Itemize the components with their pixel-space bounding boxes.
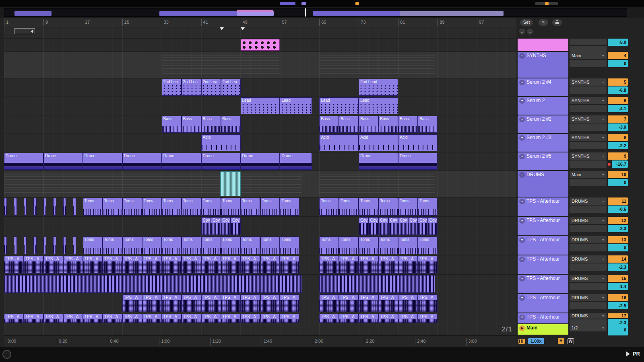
sub-routing-cell[interactable] bbox=[570, 302, 607, 309]
clip-toms[interactable]: Toms bbox=[418, 198, 438, 216]
routing-select[interactable] bbox=[570, 39, 607, 45]
sub-routing-cell[interactable] bbox=[570, 142, 607, 149]
clip-toms[interactable]: Toms bbox=[359, 237, 378, 254]
clip-tps-a[interactable]: TPS - A bbox=[221, 294, 241, 312]
clip-tps-a[interactable]: TPS - A bbox=[142, 294, 162, 312]
clip-toms[interactable]: Toms bbox=[359, 198, 378, 216]
clip-bass[interactable]: Bass bbox=[221, 116, 241, 133]
clip-cov[interactable]: Cov bbox=[201, 217, 211, 235]
track-number-badge[interactable]: 6 bbox=[608, 97, 628, 104]
clip-bass[interactable]: Bass bbox=[359, 116, 378, 133]
routing-select[interactable]: SYNTHS▼ bbox=[570, 152, 607, 160]
clip[interactable] bbox=[63, 198, 66, 216]
clip-tps-a[interactable]: TPS - A bbox=[241, 294, 260, 312]
clip[interactable] bbox=[43, 198, 46, 216]
time-ruler[interactable]: 0:000:200:401:001:201:402:002:202:403:00 bbox=[4, 335, 516, 347]
volume-badge[interactable]: -6.8 bbox=[608, 86, 628, 94]
clip-tps-a[interactable]: TPS - A bbox=[142, 256, 162, 274]
clip[interactable] bbox=[162, 52, 241, 77]
clip-toms[interactable]: Toms bbox=[142, 198, 162, 216]
clip-toms[interactable]: Toms bbox=[162, 237, 182, 254]
sub-routing-cell[interactable] bbox=[570, 60, 607, 67]
sub-routing-cell[interactable] bbox=[570, 160, 607, 168]
clip-bass[interactable]: Bass bbox=[201, 116, 221, 133]
set-button[interactable]: Set bbox=[520, 19, 533, 26]
clip-cov[interactable]: Cov bbox=[359, 217, 368, 235]
track-header-synths[interactable]: ≡SYNTHS bbox=[518, 52, 568, 78]
clip-lead[interactable]: Lead bbox=[241, 97, 280, 114]
track-header-tps-afterhour[interactable]: ▾TPS - Afterhour bbox=[518, 255, 568, 274]
clip-toms[interactable]: Toms bbox=[142, 237, 162, 254]
clip-tps-a[interactable]: TPS - A bbox=[241, 256, 260, 274]
clip-2nd-lead[interactable]: 2nd Lead bbox=[359, 79, 398, 96]
clip-toms[interactable]: Toms bbox=[182, 198, 201, 216]
clip[interactable] bbox=[319, 275, 435, 293]
routing-select[interactable]: DRUMS▼ bbox=[570, 294, 607, 301]
loop-marker[interactable] bbox=[14, 28, 35, 34]
clip-tps-a[interactable]: TPS - A bbox=[280, 294, 299, 312]
volume-badge[interactable]: -2.3 bbox=[608, 225, 628, 232]
routing-select[interactable]: DRUMS▼ bbox=[570, 255, 607, 263]
track-fold-icon[interactable]: ▾ bbox=[519, 237, 525, 243]
clip-tps-a[interactable]: TPS - A bbox=[359, 256, 378, 274]
clip-tps-a[interactable]: TPS - A bbox=[260, 314, 280, 323]
clip-tps-a[interactable]: TPS - A bbox=[319, 294, 339, 312]
clip-bass[interactable]: Bass bbox=[319, 116, 339, 133]
clip-bass[interactable]: Bass bbox=[162, 116, 182, 133]
clip-toms[interactable]: Toms bbox=[83, 198, 103, 216]
width-toggle[interactable]: W bbox=[568, 338, 574, 344]
clip[interactable] bbox=[241, 52, 280, 77]
track-number-badge[interactable]: 10 bbox=[608, 171, 628, 178]
clip-drone[interactable]: Drone bbox=[83, 153, 122, 170]
sub-routing-cell[interactable] bbox=[570, 179, 607, 186]
track-header-tps-afterhour[interactable]: ▾TPS - Afterhour bbox=[518, 217, 568, 235]
clip-tps-a[interactable]: TPS - A bbox=[103, 256, 122, 274]
clip-tps-a[interactable]: TPS - A bbox=[398, 314, 418, 323]
clip-toms[interactable]: Toms bbox=[162, 198, 182, 216]
clip-toms[interactable]: Toms bbox=[201, 237, 221, 254]
clip-toms[interactable]: Toms bbox=[201, 198, 221, 216]
clip-toms[interactable]: Toms bbox=[221, 237, 241, 254]
track-number-badge[interactable]: 8 bbox=[608, 134, 628, 141]
clip-2nd-lea[interactable]: 2nd Lea bbox=[201, 79, 221, 96]
clip-cov[interactable]: Cov bbox=[388, 217, 398, 235]
clip-toms[interactable]: Toms bbox=[378, 237, 398, 254]
track-fold-icon[interactable]: ▾ bbox=[519, 295, 525, 301]
clip-drone[interactable]: Drone bbox=[201, 153, 241, 170]
clip-drone[interactable]: Drone bbox=[398, 153, 438, 170]
clip[interactable] bbox=[4, 198, 7, 216]
clip-tps-a[interactable]: TPS - A bbox=[122, 294, 142, 312]
clip-tps-a[interactable]: TPS - A bbox=[359, 294, 378, 312]
clip-lead[interactable]: Lead bbox=[280, 97, 312, 114]
record-arm-dot[interactable] bbox=[608, 163, 611, 166]
volume-badge[interactable]: -16.7 bbox=[612, 160, 628, 168]
clip[interactable] bbox=[43, 237, 46, 254]
clip-tps-a[interactable]: TPS - A bbox=[221, 314, 241, 323]
clip-tps-a[interactable]: TPS - A bbox=[221, 256, 241, 274]
clip-2nd-lea[interactable]: 2nd Lea bbox=[221, 79, 241, 96]
routing-select[interactable]: DRUMS▼ bbox=[570, 197, 607, 205]
routing-select[interactable]: SYNTHS▼ bbox=[570, 97, 607, 104]
clip-tps-a[interactable]: TPS - A bbox=[418, 256, 438, 274]
bar-ruler[interactable]: 191725334149576573818997 bbox=[4, 18, 516, 27]
clip-cov[interactable]: Cov bbox=[221, 217, 231, 235]
group-fold-icon[interactable]: ≡ bbox=[519, 172, 525, 178]
clip-bass[interactable]: Bass bbox=[398, 116, 418, 133]
routing-select[interactable]: SYNTHS▼ bbox=[570, 78, 607, 86]
volume-badge[interactable]: 0 bbox=[608, 179, 628, 186]
clip-tps-a[interactable]: TPS - A bbox=[4, 256, 24, 274]
clip-tps-a[interactable]: TPS - A bbox=[83, 256, 103, 274]
routing-select[interactable]: Main▼ bbox=[570, 171, 607, 178]
clip-tps-a[interactable]: TPS - A bbox=[63, 256, 83, 274]
clip-tps-a[interactable]: TPS - A bbox=[162, 294, 182, 312]
clip[interactable] bbox=[4, 171, 302, 196]
lock-icon[interactable] bbox=[552, 19, 562, 26]
clip-lead[interactable]: Lead bbox=[359, 97, 398, 114]
clip-toms[interactable]: Toms bbox=[398, 237, 418, 254]
sub-routing-cell[interactable] bbox=[570, 319, 607, 325]
clip-tps-a[interactable]: TPS - A bbox=[319, 314, 339, 323]
track-header-tps-afterhour[interactable]: ▾TPS - Afterhour bbox=[518, 197, 568, 216]
zoom-level-badge[interactable]: 1.00x bbox=[528, 338, 544, 344]
volume-badge[interactable]: -1.4 bbox=[608, 283, 628, 290]
track-fold-icon[interactable]: ▾ bbox=[519, 98, 525, 104]
